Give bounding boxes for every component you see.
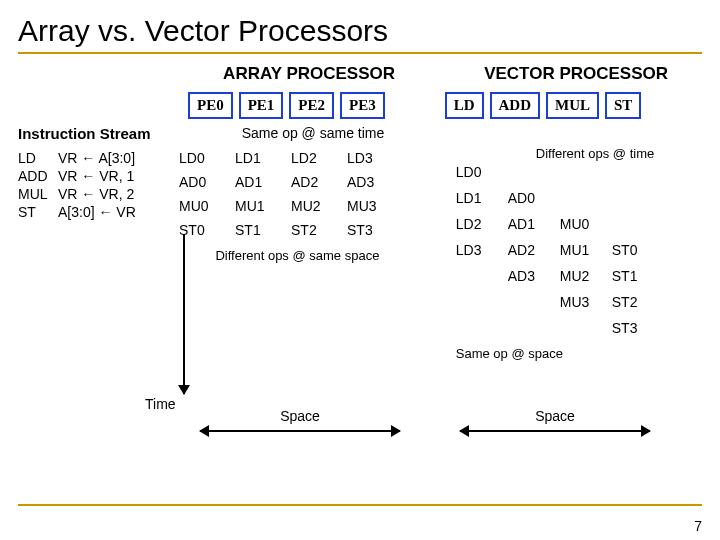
vector-grid: LD0 LD1 AD0 LD2 AD1 MU0 LD3 AD2 MU1 ST0 … — [456, 164, 702, 342]
space-arrow-vector-icon: Space — [460, 430, 650, 432]
col-vector-processor: Different ops @ time LD0 LD1 AD0 LD2 AD1… — [456, 150, 702, 361]
cell: ST2 — [291, 222, 341, 238]
instr-op: ST — [18, 204, 58, 220]
column-headers: ARRAY PROCESSOR VECTOR PROCESSOR — [188, 64, 702, 84]
label-same-op-time: Same op @ same time — [188, 125, 438, 141]
space-label-array: Space — [200, 408, 400, 424]
slide: Array vs. Vector Processors ARRAY PROCES… — [0, 0, 720, 361]
cell: LD0 — [456, 164, 502, 186]
col-instruction-stream: LD VR ← A[3:0] ADD VR ← VR, 1 MUL VR ← V… — [18, 150, 179, 361]
cell: ST3 — [612, 320, 658, 342]
header-vector: VECTOR PROCESSOR — [450, 64, 702, 84]
cell: MU0 — [179, 198, 229, 214]
cell — [456, 268, 502, 290]
cell — [612, 190, 658, 212]
row-labels: Instruction Stream Same op @ same time — [18, 125, 702, 142]
space-arrow-array-icon: Space — [200, 430, 400, 432]
cell: ST1 — [235, 222, 285, 238]
cell — [560, 190, 606, 212]
cell: AD2 — [291, 174, 341, 190]
cell: MU3 — [347, 198, 397, 214]
space-axes: Space Space — [200, 430, 650, 432]
cell: LD0 — [179, 150, 229, 166]
instr-exp: VR ← A[3:0] — [58, 150, 135, 166]
cell — [508, 320, 554, 342]
instr-exp: VR ← VR, 1 — [58, 168, 134, 184]
unit-pe1: PE1 — [239, 92, 284, 119]
cell: AD3 — [508, 268, 554, 290]
footer-rule — [18, 504, 702, 506]
unit-row: PE0 PE1 PE2 PE3 LD ADD MUL ST — [188, 92, 702, 119]
cell — [456, 320, 502, 342]
instr-line-st: ST A[3:0] ← VR — [18, 204, 179, 220]
unit-ld: LD — [445, 92, 484, 119]
cell: LD3 — [347, 150, 397, 166]
cell: AD1 — [235, 174, 285, 190]
instr-exp: A[3:0] ← VR — [58, 204, 136, 220]
title-rule — [18, 52, 702, 54]
cell: AD2 — [508, 242, 554, 264]
cell: MU2 — [560, 268, 606, 290]
units-vector: LD ADD MUL ST — [445, 92, 642, 119]
instr-exp: VR ← VR, 2 — [58, 186, 134, 202]
col-array-processor: LD0 LD1 LD2 LD3 AD0 AD1 AD2 AD3 MU0 MU1 … — [179, 150, 416, 361]
cell: LD3 — [456, 242, 502, 264]
header-array: ARRAY PROCESSOR — [188, 64, 430, 84]
instr-op: MUL — [18, 186, 58, 202]
cell: MU0 — [560, 216, 606, 238]
unit-pe0: PE0 — [188, 92, 233, 119]
unit-mul: MUL — [546, 92, 599, 119]
cell: ST0 — [179, 222, 229, 238]
cell: LD1 — [456, 190, 502, 212]
cell: AD0 — [508, 190, 554, 212]
cell — [508, 294, 554, 316]
cell — [612, 164, 658, 186]
unit-st: ST — [605, 92, 641, 119]
instr-op: LD — [18, 150, 58, 166]
cell: AD1 — [508, 216, 554, 238]
cell: ST3 — [347, 222, 397, 238]
cell: MU3 — [560, 294, 606, 316]
array-grid: LD0 LD1 LD2 LD3 AD0 AD1 AD2 AD3 MU0 MU1 … — [179, 150, 416, 238]
cell: ST0 — [612, 242, 658, 264]
unit-add: ADD — [490, 92, 541, 119]
cell: ST2 — [612, 294, 658, 316]
cell — [456, 294, 502, 316]
instr-op: ADD — [18, 168, 58, 184]
unit-pe2: PE2 — [289, 92, 334, 119]
cell: LD2 — [291, 150, 341, 166]
cell — [612, 216, 658, 238]
label-same-op-space: Same op @ space — [456, 346, 702, 361]
instr-line-ld: LD VR ← A[3:0] — [18, 150, 179, 166]
label-instruction-stream: Instruction Stream — [18, 125, 188, 142]
cell: ST1 — [612, 268, 658, 290]
cell: LD1 — [235, 150, 285, 166]
instr-line-add: ADD VR ← VR, 1 — [18, 168, 179, 184]
cell — [560, 320, 606, 342]
time-arrow-icon — [183, 234, 185, 394]
slide-title: Array vs. Vector Processors — [18, 14, 702, 48]
space-label-vector: Space — [460, 408, 650, 424]
cell — [560, 164, 606, 186]
unit-pe3: PE3 — [340, 92, 385, 119]
instr-line-mul: MUL VR ← VR, 2 — [18, 186, 179, 202]
cell: MU2 — [291, 198, 341, 214]
units-array: PE0 PE1 PE2 PE3 — [188, 92, 385, 119]
label-diff-ops-time: Different ops @ time — [536, 146, 654, 161]
time-axis-label: Time — [145, 396, 176, 412]
cell: AD0 — [179, 174, 229, 190]
cell: MU1 — [560, 242, 606, 264]
cell: MU1 — [235, 198, 285, 214]
main-columns: LD VR ← A[3:0] ADD VR ← VR, 1 MUL VR ← V… — [18, 150, 702, 361]
cell — [508, 164, 554, 186]
label-diff-ops-space: Different ops @ same space — [179, 248, 416, 263]
cell: LD2 — [456, 216, 502, 238]
cell: AD3 — [347, 174, 397, 190]
page-number: 7 — [694, 518, 702, 534]
